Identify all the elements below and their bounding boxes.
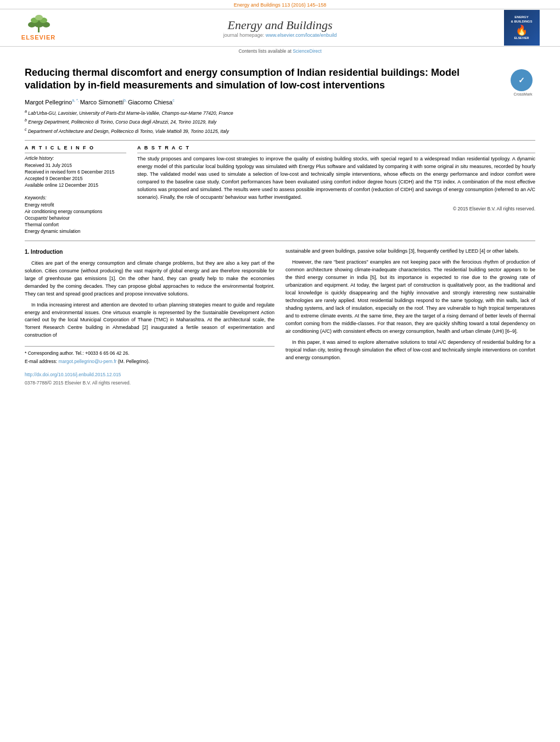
history-label: Article history: (25, 155, 126, 161)
volume-info: Energy and Buildings 113 (2016) 145–158 (234, 2, 327, 8)
abstract-title: A B S T R A C T (137, 145, 535, 150)
abstract-text: The study proposes and compares low-cost… (137, 155, 535, 202)
footnote-email: E-mail address: margot.pellegrino@u-pem.… (25, 358, 275, 365)
footnote-section: * Corresponding author. Tel.: +0033 6 65… (25, 346, 275, 387)
crossmark-icon: ✓ (511, 69, 533, 91)
sciencedirect-banner: Contents lists available at ScienceDirec… (0, 47, 560, 55)
journal-logo-right: ENERGY& BUILDINGS 🔥 ELSEVIER (500, 13, 544, 43)
history-received: Received 31 July 2015 (25, 163, 126, 168)
keyword-2: Air conditioning energy consumptions (25, 209, 126, 214)
email-label: E-mail address: (25, 359, 58, 364)
intro-para-5: In this paper, it was aimed to explore a… (285, 339, 535, 362)
keyword-3: Occupants' behaviour (25, 215, 126, 221)
doi-line: http://dx.doi.org/10.1016/j.enbuild.2015… (25, 371, 275, 378)
doi-link[interactable]: http://dx.doi.org/10.1016/j.enbuild.2015… (25, 372, 121, 377)
keyword-4: Thermal comfort (25, 222, 126, 227)
keyword-5: Energy dynamic simulation (25, 228, 126, 234)
crossmark-badge: ✓ CrossMark (511, 69, 535, 94)
body-columns: 1. Introduction Cities are part of the e… (25, 248, 535, 387)
footnote-spacer (25, 367, 275, 371)
page-wrapper: Energy and Buildings 113 (2016) 145–158 … (0, 0, 560, 742)
body-col-right: sustainable and green buildings, passive… (285, 248, 535, 387)
abstract-section: A B S T R A C T The study proposes and c… (137, 145, 535, 235)
homepage-url[interactable]: www.elsevier.com/locate/enbuild (266, 32, 337, 38)
journal-header: ELSEVIER Energy and Buildings journal ho… (0, 9, 560, 47)
elsevier-wordmark: ELSEVIER (21, 34, 55, 41)
article-title: Reducing thermal discomfort and energy c… (25, 66, 511, 92)
footnote-corresponding: * Corresponding author. Tel.: +0033 6 65… (25, 350, 275, 357)
logo-flame-icon: 🔥 (516, 24, 528, 36)
section-1-heading: 1. Introduction (25, 248, 275, 256)
section-divider-1 (25, 140, 535, 141)
history-accepted: Accepted 9 December 2015 (25, 176, 126, 181)
authors-line: Margot Pellegrinoa, *, Marco Simonettib,… (25, 98, 535, 105)
sciencedirect-link[interactable]: ScienceDirect (293, 48, 321, 54)
intro-para-2: In India increasing interest and attenti… (25, 302, 275, 340)
crossmark-label: CrossMark (511, 92, 535, 96)
affil-2: b Energy Department, Politecnico di Tori… (25, 118, 535, 126)
intro-para-3: sustainable and green buildings, passive… (285, 248, 535, 255)
affil-3: c Department of Architecture and Design,… (25, 127, 535, 135)
volume-banner: Energy and Buildings 113 (2016) 145–158 (0, 0, 560, 9)
section-divider-2 (25, 241, 535, 241)
author-1: Margot Pellegrinoa, *, (25, 99, 80, 105)
homepage-link: journal homepage: www.elsevier.com/locat… (60, 32, 500, 38)
abstract-divider (137, 153, 535, 153)
article-info-abstract: A R T I C L E I N F O Article history: R… (25, 145, 535, 235)
email-person: (M. Pellegrino). (118, 359, 150, 364)
author-2: Marco Simonettib, (80, 99, 128, 105)
article-info: A R T I C L E I N F O Article history: R… (25, 145, 126, 235)
keyword-1: Energy retrofit (25, 202, 126, 208)
issn-line: 0378-7788/© 2015 Elsevier B.V. All right… (25, 380, 275, 387)
elsevier-logo: ELSEVIER (16, 13, 60, 43)
body-col-left: 1. Introduction Cities are part of the e… (25, 248, 275, 387)
logo-top-text: ENERGY& BUILDINGS (511, 15, 533, 24)
copyright-line: © 2015 Elsevier B.V. All rights reserved… (137, 206, 535, 211)
journal-logo-box: ENERGY& BUILDINGS 🔥 ELSEVIER (504, 10, 540, 46)
history-revised: Received in revised form 6 December 2015 (25, 169, 126, 175)
journal-title-center: Energy and Buildings journal homepage: w… (60, 18, 500, 38)
info-divider (25, 153, 126, 153)
author-3: Giacomo Chiesac (128, 99, 175, 105)
affiliations: a Lab'Urba-GU, Lavoisier, University of … (25, 109, 535, 135)
article-body: Reducing thermal discomfort and energy c… (0, 55, 560, 398)
elsevier-tree-icon (24, 15, 54, 34)
history-online: Available online 12 December 2015 (25, 182, 126, 188)
intro-para-1: Cities are part of the energy consumptio… (25, 260, 275, 298)
contents-available-text: Contents lists available at (238, 48, 291, 54)
homepage-label: journal homepage: (223, 32, 265, 38)
logo-bottom-text: ELSEVIER (514, 36, 529, 40)
affil-1: a Lab'Urba-GU, Lavoisier, University of … (25, 109, 535, 117)
article-title-section: Reducing thermal discomfort and energy c… (25, 66, 535, 94)
email-link[interactable]: margot.pellegrino@u-pem.fr (58, 359, 116, 364)
keywords-label: Keywords: (25, 195, 126, 200)
journal-name: Energy and Buildings (60, 18, 500, 32)
svg-point-7 (35, 15, 43, 20)
article-info-title: A R T I C L E I N F O (25, 145, 126, 150)
intro-para-4: However, the rare "best practices" examp… (285, 259, 535, 335)
